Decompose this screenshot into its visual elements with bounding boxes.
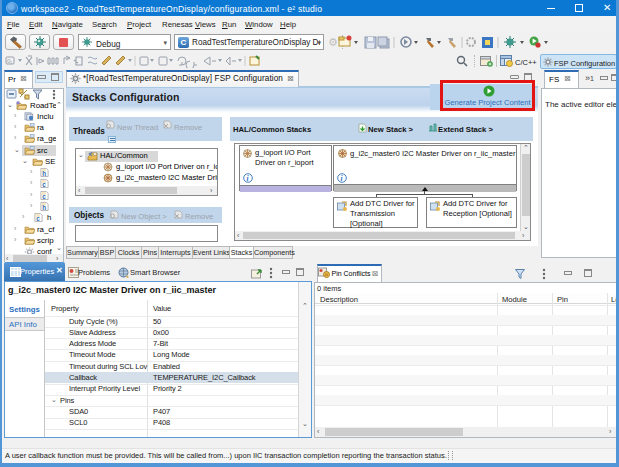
svg-text:c: c bbox=[42, 181, 46, 188]
svg-text:c: c bbox=[36, 215, 40, 222]
svg-text:0₁: 0₁ bbox=[7, 58, 12, 64]
svg-text:h: h bbox=[42, 170, 46, 177]
svg-text:h: h bbox=[42, 204, 46, 211]
svg-text:c: c bbox=[42, 193, 46, 200]
